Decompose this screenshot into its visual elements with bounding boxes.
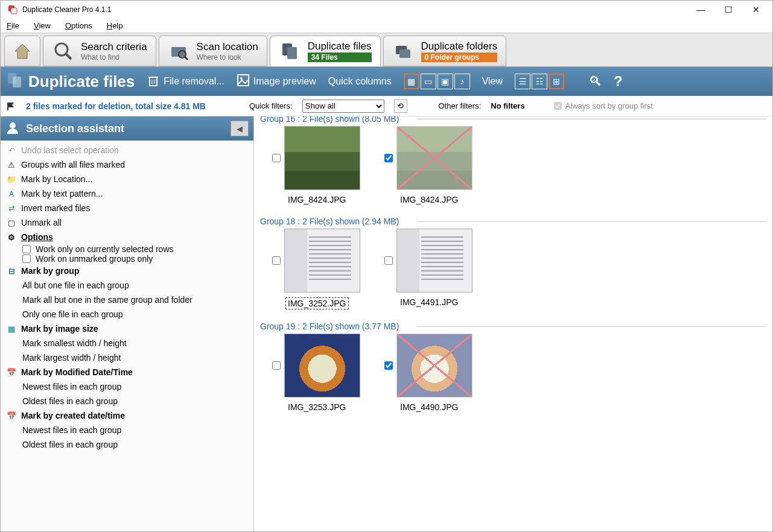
quick-columns-label: Quick columns <box>328 76 392 87</box>
col-window-icon[interactable]: ▭ <box>421 74 436 89</box>
selection-assistant-panel: Selection assistant ◀ ↶Undo last select … <box>1 116 254 532</box>
tab-search-title: Search criteria <box>81 41 147 53</box>
mg-only-one[interactable]: Only one file in each group <box>1 307 253 321</box>
file-removal-button[interactable]: File removal... <box>147 74 224 89</box>
mark-by-text[interactable]: AMark by text pattern... <box>1 186 253 201</box>
quick-filters-select[interactable]: Show all <box>302 100 384 113</box>
view-thumbs-icon[interactable]: ⊞ <box>549 74 564 89</box>
thumb-item[interactable]: IMG_3252.JPG <box>272 229 360 309</box>
image-size-icon: ▦ <box>7 324 16 334</box>
menu-options[interactable]: Options <box>65 21 92 30</box>
thumb-checkbox[interactable] <box>384 154 393 162</box>
svg-rect-1 <box>11 8 17 14</box>
group: Group 18 : 2 File(s) shown (2.94 MB) IMG… <box>260 214 766 309</box>
title-bar: Duplicate Cleaner Pro 4.1.1 — ☐ ✕ <box>1 1 772 19</box>
always-sort-check[interactable]: Always sort by group first <box>554 101 653 110</box>
search-icon[interactable]: 🔍︎ <box>588 74 602 89</box>
thumbnail-image[interactable] <box>284 126 360 190</box>
tab-duplicate-folders[interactable]: Duplicate folders 0 Folder groups <box>383 36 507 66</box>
mark-by-created-header: 📅Mark by created date/time <box>1 408 253 423</box>
thumb-item[interactable]: IMG_8424.JPG <box>272 126 360 204</box>
tab-home[interactable] <box>4 36 40 66</box>
mc-newest[interactable]: Newest files in each group <box>1 423 253 437</box>
group-title: Group 19 : 2 File(s) shown (3.77 MB) <box>260 319 766 334</box>
minimize-button[interactable]: — <box>687 1 714 19</box>
quick-filters-label: Quick filters: <box>249 101 293 110</box>
options-header[interactable]: ⚙Options <box>1 230 253 244</box>
view-list-icon[interactable]: ☰ <box>515 74 530 89</box>
tab-search-sub: What to find <box>81 53 147 62</box>
view-label: View <box>482 76 503 87</box>
thumb-item[interactable]: IMG_8424.JPG <box>384 126 472 204</box>
mm-newest[interactable]: Newest files in each group <box>1 379 253 394</box>
thumb-checkbox[interactable] <box>272 361 281 370</box>
filter-bar: 2 files marked for deletion, total size … <box>1 96 772 116</box>
thumb-checkbox[interactable] <box>384 361 393 370</box>
tab-search-criteria[interactable]: Search criteria What to find <box>43 36 156 66</box>
thumb-filename: IMG_4491.JPG <box>400 297 459 307</box>
thumbnail-image[interactable] <box>396 334 472 397</box>
unmark-all[interactable]: ▢Unmark all <box>1 215 253 230</box>
col-music-icon[interactable]: ♪ <box>454 74 470 89</box>
thumb-filename: IMG_4490.JPG <box>400 402 459 412</box>
top-tabs: Search criteria What to find Scan locati… <box>1 33 772 67</box>
undo-icon: ↶ <box>7 145 16 155</box>
mg-all-but-one[interactable]: All but one file in each group <box>1 278 253 293</box>
thumb-item[interactable]: IMG_3253.JPG <box>272 334 360 412</box>
mi-largest[interactable]: Mark largest width / height <box>1 350 253 365</box>
thumb-checkbox[interactable] <box>384 256 393 265</box>
image-preview-button[interactable]: Image preview <box>237 74 316 89</box>
undo-select[interactable]: ↶Undo last select operation <box>1 143 253 157</box>
menu-view[interactable]: View <box>34 21 51 30</box>
thumb-filename: IMG_3253.JPG <box>288 402 346 412</box>
thumbnail-panel[interactable]: Group 16 : 2 File(s) shown (8.05 MB) IMG… <box>254 116 772 532</box>
menu-help[interactable]: Help <box>107 21 123 30</box>
opt-unmarked-groups[interactable]: Work on unmarked groups only <box>1 254 253 264</box>
thumb-checkbox[interactable] <box>272 154 281 162</box>
thumb-checkbox[interactable] <box>272 256 281 265</box>
svg-rect-14 <box>150 77 157 86</box>
view-details-icon[interactable]: ☷ <box>532 74 547 89</box>
mg-all-but-one-folder[interactable]: Mark all but one in the same group and f… <box>1 293 253 307</box>
col-grid-icon[interactable]: ▦ <box>404 74 419 89</box>
collapse-button[interactable]: ◀ <box>231 121 249 136</box>
files-icon <box>279 40 302 63</box>
mc-oldest[interactable]: Oldest files in each group <box>1 437 253 452</box>
svg-point-19 <box>240 77 243 80</box>
tree-icon: ⊟ <box>7 266 16 276</box>
person-icon <box>5 121 20 137</box>
thumbnail-image[interactable] <box>284 334 360 397</box>
maximize-button[interactable]: ☐ <box>714 1 742 19</box>
thumb-item[interactable]: IMG_4490.JPG <box>384 334 472 412</box>
help-icon[interactable]: ? <box>614 73 623 90</box>
tab-scan-location[interactable]: Scan location Where to look <box>159 36 267 66</box>
menu-bar: File View Options Help <box>1 19 772 33</box>
mm-oldest[interactable]: Oldest files in each group <box>1 394 253 408</box>
close-button[interactable]: ✕ <box>742 1 770 19</box>
group: Group 16 : 2 File(s) shown (8.05 MB) IMG… <box>260 116 766 204</box>
tab-dupfolders-title: Duplicate folders <box>421 40 498 52</box>
trash-icon <box>147 74 160 89</box>
main-area: Selection assistant ◀ ↶Undo last select … <box>1 116 772 532</box>
thumb-item[interactable]: IMG_4491.JPG <box>384 229 472 309</box>
refresh-button[interactable]: ⟲ <box>394 100 407 113</box>
marked-summary: 2 files marked for deletion, total size … <box>26 101 206 111</box>
thumbnail-image[interactable] <box>396 126 472 190</box>
svg-marker-2 <box>15 44 30 59</box>
menu-file[interactable]: File <box>7 21 19 30</box>
mi-smallest[interactable]: Mark smallest width / height <box>1 336 253 350</box>
mark-by-location[interactable]: 📁Mark by Location... <box>1 172 253 186</box>
tab-duplicate-files[interactable]: Duplicate files 34 Files <box>270 36 381 66</box>
image-icon <box>237 74 250 89</box>
calendar-icon: 📅 <box>7 367 16 377</box>
thumbnail-image[interactable] <box>396 229 472 293</box>
groups-all-marked[interactable]: ⚠Groups with all files marked <box>1 157 253 172</box>
invert-icon: ⇄ <box>7 203 16 213</box>
col-image-icon[interactable]: ▣ <box>437 74 453 89</box>
opt-selected-rows[interactable]: Work only on currently selected rows <box>1 244 253 254</box>
invert-marked[interactable]: ⇄Invert marked files <box>1 201 253 215</box>
thumb-filename: IMG_8424.JPG <box>288 195 346 204</box>
quick-columns-icons: ▦ ▭ ▣ ♪ <box>404 74 470 89</box>
thumbnail-image[interactable] <box>284 229 360 293</box>
assistant-list: ↶Undo last select operation ⚠Groups with… <box>1 141 253 532</box>
